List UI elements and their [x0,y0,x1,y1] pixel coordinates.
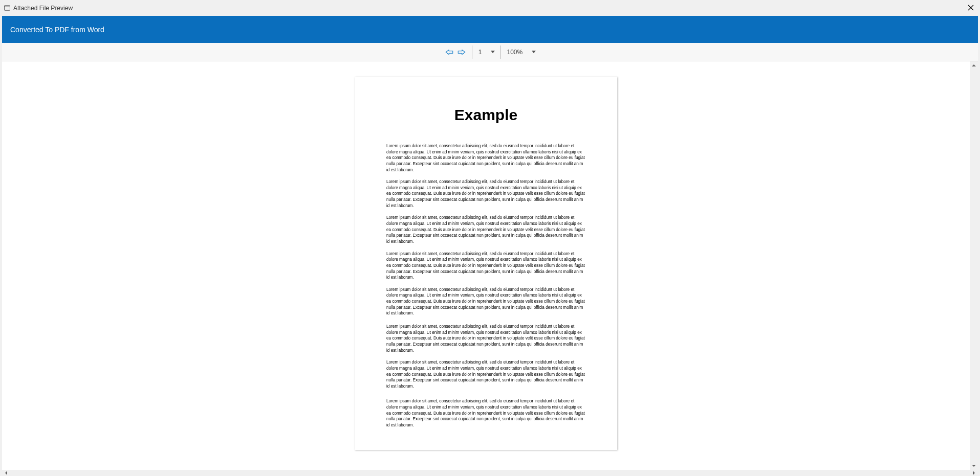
scroll-left-button[interactable] [2,470,10,476]
paragraph: Lorem ipsum dolor sit amet, consectetur … [386,398,585,428]
window-title: Attached File Preview [13,5,73,12]
page-value: 1 [478,49,482,56]
chevron-down-icon [491,51,495,53]
scroll-up-button[interactable] [970,61,978,70]
page-select[interactable]: 1 [472,43,500,61]
previous-page-button[interactable] [443,46,455,58]
paragraph: Lorem ipsum dolor sit amet, consectetur … [386,143,585,173]
document-title: Converted To PDF from Word [10,26,104,34]
page-heading: Example [386,106,585,124]
document-viewer[interactable]: Example Lorem ipsum dolor sit amet, cons… [2,61,970,470]
app-window: Attached File Preview Converted To PDF f… [0,0,980,476]
paragraph: Lorem ipsum dolor sit amet, consectetur … [386,251,585,281]
document-header: Converted To PDF from Word [2,16,978,43]
viewer-wrap: Example Lorem ipsum dolor sit amet, cons… [2,61,978,470]
chevron-down-icon [972,465,976,467]
vertical-scrollbar[interactable] [970,61,978,470]
chevron-up-icon [972,64,976,66]
paragraph: Lorem ipsum dolor sit amet, consectetur … [386,215,585,244]
zoom-value: 100% [507,49,522,56]
paragraph: Lorem ipsum dolor sit amet, consectetur … [386,179,585,209]
toolbar: 1 100% [2,43,978,61]
horizontal-scrollbar[interactable] [2,470,978,476]
nav-group [439,43,472,61]
title-bar: Attached File Preview [0,0,980,16]
paragraph: Lorem ipsum dolor sit amet, consectetur … [386,359,585,389]
page: Example Lorem ipsum dolor sit amet, cons… [355,77,617,450]
chevron-right-icon [973,471,975,475]
svg-rect-0 [4,6,10,10]
paragraph: Lorem ipsum dolor sit amet, consectetur … [386,287,585,316]
scroll-down-button[interactable] [970,462,978,470]
zoom-select[interactable]: 100% [500,43,541,61]
chevron-down-icon [532,51,536,53]
close-button[interactable] [966,3,976,13]
window-icon [4,5,10,11]
chevron-left-icon [5,471,7,475]
paragraph: Lorem ipsum dolor sit amet, consectetur … [386,324,585,353]
scroll-right-button[interactable] [970,470,978,476]
next-page-button[interactable] [455,46,468,58]
